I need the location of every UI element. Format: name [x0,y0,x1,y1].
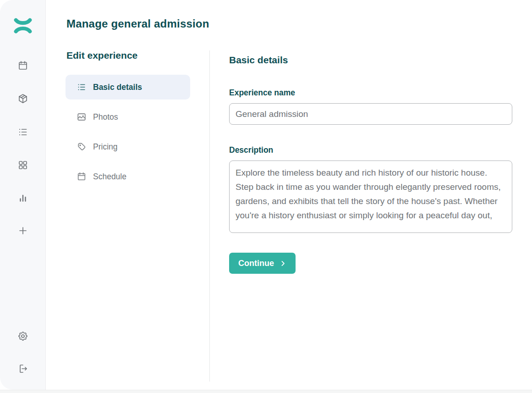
nav-item-basic-details[interactable]: Basic details [66,75,190,100]
sidebar-settings-button[interactable] [17,331,28,342]
nav-item-pricing[interactable]: Pricing [66,134,190,159]
experience-name-label: Experience name [229,88,295,98]
nav-list: Basic details Photos Pricing [66,75,190,194]
photo-icon [77,112,87,122]
nav-item-photos[interactable]: Photos [66,105,190,129]
plus-icon [17,225,28,236]
sidebar-list-button[interactable] [17,127,28,138]
brand-logo [13,17,33,34]
logout-icon [17,363,28,374]
bottom-strip [0,390,532,393]
sidebar-grid-button[interactable] [17,160,28,171]
description-textarea[interactable]: Explore the timeless beauty and rich his… [229,161,512,233]
nav-item-label: Photos [93,112,118,122]
chevron-right-icon [279,260,287,267]
nav-item-label: Schedule [93,172,126,182]
screen: Manage general admission Edit experience… [0,0,532,393]
grid-icon [17,160,28,171]
experience-name-input[interactable] [229,103,512,125]
sidebar-analytics-button[interactable] [17,193,28,204]
sidebar-logout-button[interactable] [17,363,28,374]
sidebar [0,0,46,390]
tag-icon [77,142,87,152]
description-label: Description [229,145,273,155]
nav-item-label: Pricing [93,142,118,152]
nav-panel-heading: Edit experience [66,50,137,61]
page-title: Manage general admission [66,17,209,30]
nav-item-schedule[interactable]: Schedule [66,164,190,189]
sidebar-add-button[interactable] [17,225,28,236]
nav-item-label: Basic details [93,83,142,92]
list-details-icon [77,82,87,92]
list-icon [17,127,28,138]
vertical-divider [209,50,210,382]
settings-icon [17,331,28,342]
sidebar-calendar-button[interactable] [17,60,28,71]
continue-button-label: Continue [238,259,274,268]
bar-chart-icon [17,193,28,204]
package-icon [17,93,28,104]
calendar-icon [17,60,28,71]
continue-button[interactable]: Continue [229,253,296,274]
calendar-icon [77,172,87,182]
brand-logo-icon [13,17,33,34]
sidebar-package-button[interactable] [17,93,28,104]
form-section-heading: Basic details [229,55,288,66]
app-window: Manage general admission Edit experience… [0,0,532,390]
